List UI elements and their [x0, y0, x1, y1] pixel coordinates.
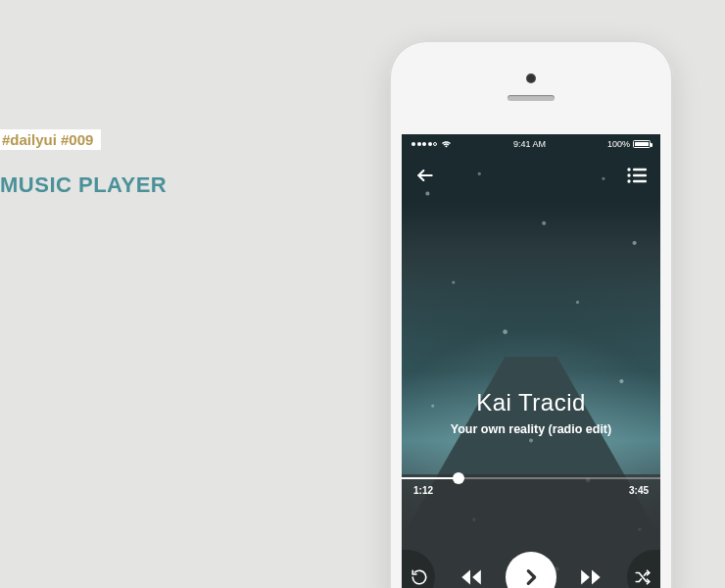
- svg-rect-6: [633, 180, 647, 182]
- artist-name: Kai Tracid: [402, 389, 660, 416]
- time-duration: 3:45: [629, 485, 649, 496]
- previous-button[interactable]: [458, 564, 483, 589]
- battery-percentage: 100%: [607, 139, 630, 149]
- page-title: MUSIC PLAYER: [0, 172, 167, 198]
- play-button[interactable]: [506, 552, 556, 589]
- wifi-icon: [441, 140, 452, 148]
- status-right: 100%: [607, 139, 651, 149]
- battery-icon: [633, 140, 651, 148]
- back-button[interactable]: [415, 166, 435, 189]
- phone-screen: 9:41 AM 100% Kai Tracid Your own reality…: [402, 134, 660, 588]
- time-elapsed: 1:12: [413, 485, 433, 496]
- shuffle-button[interactable]: [627, 550, 660, 589]
- playback-controls: [402, 525, 660, 588]
- svg-point-3: [627, 173, 630, 176]
- phone-frame: 9:41 AM 100% Kai Tracid Your own reality…: [389, 40, 673, 588]
- playlist-button[interactable]: [627, 168, 647, 187]
- svg-rect-2: [633, 169, 647, 171]
- signal-dots-icon: [411, 142, 437, 146]
- next-button[interactable]: [579, 564, 604, 589]
- status-time: 9:41 AM: [513, 139, 546, 149]
- time-row: 1:12 3:45: [413, 485, 649, 496]
- dailyui-hashtag: #dailyui #009: [0, 129, 101, 150]
- progress-thumb[interactable]: [453, 472, 464, 484]
- svg-point-5: [627, 179, 630, 182]
- app-header: [415, 166, 647, 189]
- progress-fill: [402, 477, 459, 479]
- track-name: Your own reality (radio edit): [402, 422, 660, 436]
- status-bar: 9:41 AM 100%: [402, 134, 660, 154]
- svg-rect-4: [633, 174, 647, 176]
- repeat-button[interactable]: [402, 550, 435, 589]
- svg-point-1: [627, 168, 630, 171]
- phone-top: [389, 40, 673, 134]
- status-left: [411, 140, 452, 148]
- phone-camera-icon: [526, 74, 536, 83]
- track-info: Kai Tracid Your own reality (radio edit): [402, 389, 660, 436]
- phone-speaker-icon: [508, 95, 555, 101]
